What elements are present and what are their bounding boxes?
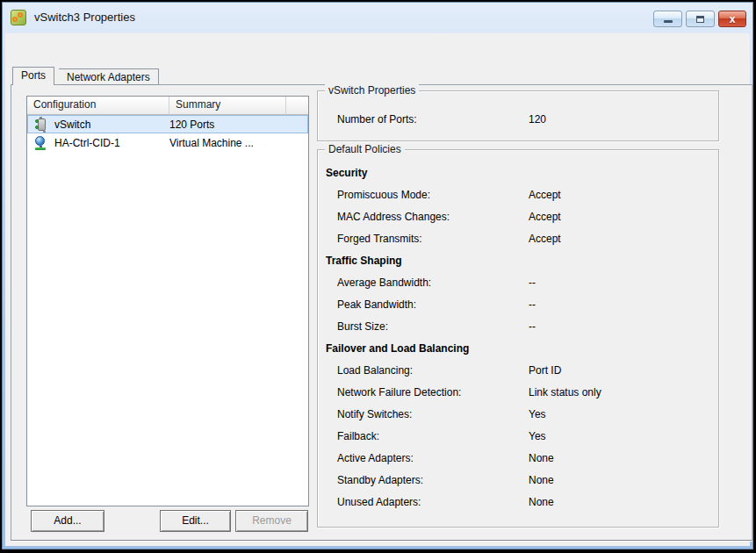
policy-value: Accept bbox=[529, 184, 561, 206]
policy-label: MAC Address Changes: bbox=[337, 206, 450, 228]
policy-row: Network Failure Detection: Link status o… bbox=[318, 382, 718, 404]
policy-label: Standby Adapters: bbox=[337, 470, 423, 492]
list-row-port-group[interactable]: HA-Ctrl-CID-1 Virtual Machine ... bbox=[27, 133, 308, 152]
default-policies-group: Default Policies Security Promiscuous Mo… bbox=[317, 149, 719, 528]
policy-value: Accept bbox=[529, 206, 561, 228]
row-name: vSwitch bbox=[54, 118, 90, 131]
column-header-configuration[interactable]: Configuration bbox=[27, 97, 169, 115]
policy-row: Forged Transmits: Accept bbox=[318, 228, 718, 250]
remove-button: Remove bbox=[235, 510, 308, 532]
row-name: HA-Ctrl-CID-1 bbox=[54, 137, 120, 149]
policy-value: Port ID bbox=[529, 360, 561, 382]
policy-row: Active Adapters: None bbox=[318, 448, 718, 470]
policy-label: Average Bandwidth: bbox=[337, 272, 431, 294]
titlebar: vSwitch3 Properties x bbox=[3, 3, 752, 33]
edit-button[interactable]: Edit... bbox=[160, 510, 231, 532]
vm-port-group-icon bbox=[33, 136, 47, 150]
row-summary: 120 Ports bbox=[169, 118, 301, 131]
vswitch-properties-window: vSwitch3 Properties x Ports Network Adap… bbox=[2, 2, 753, 549]
policy-value: None bbox=[529, 448, 554, 470]
policy-row: Unused Adapters: None bbox=[318, 492, 718, 514]
policy-row: Peak Bandwidth: -- bbox=[318, 294, 718, 316]
policy-row: MAC Address Changes: Accept bbox=[318, 206, 718, 228]
group-title: vSwitch Properties bbox=[325, 84, 419, 97]
policy-row: Average Bandwidth: -- bbox=[318, 272, 718, 294]
policy-value: -- bbox=[529, 294, 536, 316]
screenshot-frame: vSwitch3 Properties x Ports Network Adap… bbox=[0, 0, 756, 553]
list-header: Configuration Summary bbox=[27, 97, 308, 115]
policy-row: Burst Size: -- bbox=[318, 316, 718, 338]
policy-label: Failback: bbox=[337, 426, 379, 448]
policy-row: Load Balancing: Port ID bbox=[318, 360, 718, 382]
vswitch-properties-group: vSwitch Properties Number of Ports: 120 bbox=[317, 90, 719, 141]
policy-label: Load Balancing: bbox=[337, 360, 413, 382]
policy-row: Notify Switches: Yes bbox=[318, 404, 718, 426]
policy-row: Promiscuous Mode: Accept bbox=[318, 184, 718, 206]
policy-value: Link status only bbox=[529, 382, 601, 404]
section-heading-security: Security bbox=[326, 162, 367, 184]
dialog-client-area: Ports Network Adapters Configuration Sum… bbox=[5, 33, 750, 546]
maximize-icon bbox=[696, 16, 704, 23]
policy-value: Accept bbox=[529, 228, 561, 250]
maximize-button[interactable] bbox=[686, 11, 715, 27]
vsphere-app-icon bbox=[11, 10, 26, 25]
policy-label: Network Failure Detection: bbox=[337, 382, 461, 404]
policy-row: Failback: Yes bbox=[318, 426, 718, 448]
policy-label: Forged Transmits: bbox=[337, 228, 422, 250]
group-title: Default Policies bbox=[325, 143, 405, 155]
policy-row: Standby Adapters: None bbox=[318, 470, 718, 492]
section-heading-traffic-shaping: Traffic Shaping bbox=[326, 250, 402, 272]
section-heading-failover: Failover and Load Balancing bbox=[326, 338, 469, 360]
minimize-button[interactable] bbox=[653, 11, 682, 27]
policy-label: Promiscuous Mode: bbox=[337, 184, 430, 206]
minimize-icon bbox=[664, 20, 673, 23]
policy-label: Unused Adapters: bbox=[337, 492, 421, 514]
number-of-ports-value: 120 bbox=[529, 109, 546, 131]
add-button[interactable]: Add... bbox=[31, 510, 104, 532]
policy-label: Burst Size: bbox=[337, 316, 388, 338]
close-icon: x bbox=[719, 12, 745, 26]
list-row-vswitch[interactable]: vSwitch 120 Ports bbox=[27, 115, 308, 133]
window-title: vSwitch3 Properties bbox=[34, 11, 135, 24]
policy-value: -- bbox=[529, 316, 536, 338]
column-header-summary[interactable]: Summary bbox=[169, 97, 286, 115]
policy-value: Yes bbox=[529, 426, 546, 448]
row-summary: Virtual Machine ... bbox=[169, 137, 301, 149]
policy-label: Peak Bandwidth: bbox=[337, 294, 416, 316]
policy-value: None bbox=[529, 470, 554, 492]
number-of-ports-label: Number of Ports: bbox=[337, 109, 417, 131]
tab-network-adapters[interactable]: Network Adapters bbox=[59, 68, 159, 85]
policy-value: Yes bbox=[529, 404, 546, 426]
policy-value: None bbox=[529, 492, 554, 514]
policy-value: -- bbox=[529, 272, 536, 294]
ports-tab-page: Configuration Summary vSwitch 120 Po bbox=[11, 84, 752, 541]
policy-label: Active Adapters: bbox=[337, 448, 414, 470]
close-window-button[interactable]: x bbox=[718, 11, 746, 27]
configuration-list: Configuration Summary vSwitch 120 Po bbox=[26, 96, 309, 506]
tab-ports[interactable]: Ports bbox=[12, 67, 54, 85]
column-header-filler bbox=[286, 97, 308, 115]
vswitch-icon bbox=[33, 118, 47, 132]
policy-label: Notify Switches: bbox=[337, 404, 412, 426]
